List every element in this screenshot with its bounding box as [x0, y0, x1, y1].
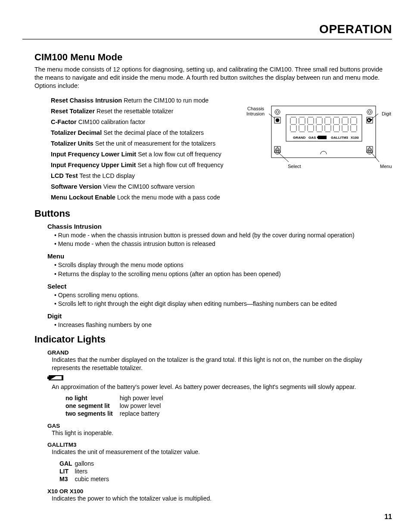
- svg-text:⟳: ⟳: [367, 117, 372, 124]
- menu-option-desc: Set a high flow cut off frequency: [137, 162, 223, 168]
- cell: gallons: [75, 460, 112, 467]
- cell: high power level: [120, 394, 170, 402]
- menu-option-desc: Test the LCD display: [80, 172, 135, 179]
- cell: M3: [59, 475, 75, 483]
- cell: no light: [65, 394, 120, 402]
- cell: cubic meters: [75, 475, 112, 483]
- svg-text:GALLITM3: GALLITM3: [331, 136, 349, 140]
- svg-text:X100: X100: [351, 136, 359, 140]
- section-menu-mode-intro: The menu mode consists of 12 options for…: [34, 65, 392, 90]
- svg-rect-24: [318, 136, 327, 139]
- menu-option-name: Reset Totalizer: [51, 108, 95, 115]
- menu-option-name: Input Frequency Upper Limit: [51, 162, 136, 168]
- svg-line-31: [371, 152, 379, 162]
- cell: low power level: [120, 402, 170, 410]
- svg-line-30: [278, 152, 289, 162]
- page-number: 11: [384, 513, 392, 521]
- svg-text:GAS: GAS: [308, 136, 316, 140]
- menu-option-name: C-Factor: [51, 118, 77, 125]
- svg-point-2: [276, 111, 279, 113]
- svg-point-10: [276, 118, 279, 122]
- button-group-name: Chassis Intrusion: [47, 223, 392, 230]
- bullet: Increases flashing numbers by one: [54, 320, 392, 329]
- button-group-name: Select: [47, 283, 392, 290]
- svg-point-3: [367, 109, 372, 115]
- button-group-name: Digit: [47, 312, 392, 320]
- menu-option-desc: Lock the menu mode with a pass code: [117, 194, 220, 201]
- battery-icon: [47, 375, 65, 381]
- label-select: Select: [288, 164, 301, 169]
- menu-option-name: Reset Chasiss Intrusion: [51, 97, 122, 104]
- cell: liters: [75, 467, 112, 475]
- svg-point-4: [368, 111, 371, 113]
- menu-option-desc: Set the unit of measurement for the tota…: [95, 140, 215, 147]
- svg-point-1: [275, 109, 280, 115]
- svg-rect-32: [47, 376, 49, 379]
- indicator-label-grand: GRAND: [47, 349, 392, 356]
- device-figure: ⟳ GRAND GAS: [241, 102, 401, 179]
- menu-option-name: Menu Lockout Enable: [51, 194, 115, 201]
- indicator-label-gas: GAS: [47, 423, 392, 429]
- bullet-list: Scrolls display through the menu mode op…: [54, 261, 392, 278]
- battery-levels-table: no lighthigh power level one segment lit…: [65, 394, 170, 417]
- bullet: Scrolls left to right through the eight …: [54, 299, 392, 308]
- bullet: Opens scrolling menu options.: [54, 291, 392, 299]
- label-digit: Digit: [382, 111, 391, 116]
- section-indicator-title: Indicator Lights: [34, 334, 392, 345]
- indicator-text: Indicates that the number displayed on t…: [52, 356, 392, 372]
- label-menu: Menu: [380, 164, 392, 169]
- cell: one segment lit: [65, 402, 120, 410]
- label-chassis: Chassis: [247, 106, 265, 111]
- indicator-text: Indicates the power to which the totaliz…: [52, 495, 392, 503]
- section-menu-mode-title: CIM100 Menu Mode: [34, 52, 392, 63]
- menu-option-desc: Set a low flow cut off frequency: [138, 151, 221, 158]
- cell: LIT: [59, 467, 75, 475]
- bullet: Returns the display to the scrolling men…: [54, 270, 392, 278]
- svg-rect-25: [317, 137, 318, 138]
- page-header: OPERATION: [22, 22, 392, 40]
- menu-option-name: Software Version: [51, 183, 102, 190]
- menu-option-name: Totalizer Decimal: [51, 129, 102, 136]
- menu-option-desc: View the CIM100 software version: [103, 183, 195, 190]
- svg-line-29: [372, 114, 378, 118]
- cell: two segments lit: [65, 410, 120, 417]
- menu-option-name: Input Frequency Lower Limit: [51, 151, 136, 158]
- cell: replace battery: [120, 410, 170, 417]
- indicator-text: Indicates the unit of measurement of the…: [52, 448, 392, 456]
- menu-options-list: Reset Chasiss Intrusion Return the CIM10…: [51, 96, 240, 202]
- bullet-list: Increases flashing numbers by one: [54, 320, 392, 329]
- menu-option-name: LCD Test: [51, 172, 78, 179]
- bullet: Run mode - when the chassis intrusion bu…: [54, 231, 392, 240]
- menu-option-desc: Return the CIM100 to run mode: [124, 97, 209, 104]
- indicator-label-mult: X10 OR X100: [47, 488, 392, 495]
- svg-text:GRAND: GRAND: [293, 136, 306, 140]
- svg-rect-0: [271, 106, 376, 158]
- cell: GAL: [59, 460, 75, 467]
- menu-option-name: Totalizer Units: [51, 140, 93, 147]
- label-intrusion: Intrusion: [246, 111, 265, 116]
- bullet-list: Run mode - when the chassis intrusion bu…: [54, 231, 392, 249]
- units-table: GALgallons LITliters M3cubic meters: [59, 460, 112, 483]
- indicator-text: An approximation of the battery's power …: [52, 383, 392, 391]
- bullet-list: Opens scrolling menu options. Scrolls le…: [54, 291, 392, 308]
- bullet: Menu mode - when the chassis intrusion b…: [54, 240, 392, 248]
- button-group-name: Menu: [47, 252, 392, 260]
- svg-line-28: [269, 114, 275, 118]
- bullet: Scrolls display through the menu mode op…: [54, 261, 392, 269]
- indicator-label-units: GALLITM3: [47, 442, 392, 448]
- section-buttons-title: Buttons: [34, 208, 392, 219]
- menu-option-desc: Reset the resettable totalizer: [97, 108, 173, 115]
- menu-option-desc: Set the decimal place of the totalizers: [103, 129, 204, 136]
- menu-option-desc: CIM100 calibration factor: [78, 118, 146, 125]
- indicator-text: This light is inoperable.: [52, 429, 392, 437]
